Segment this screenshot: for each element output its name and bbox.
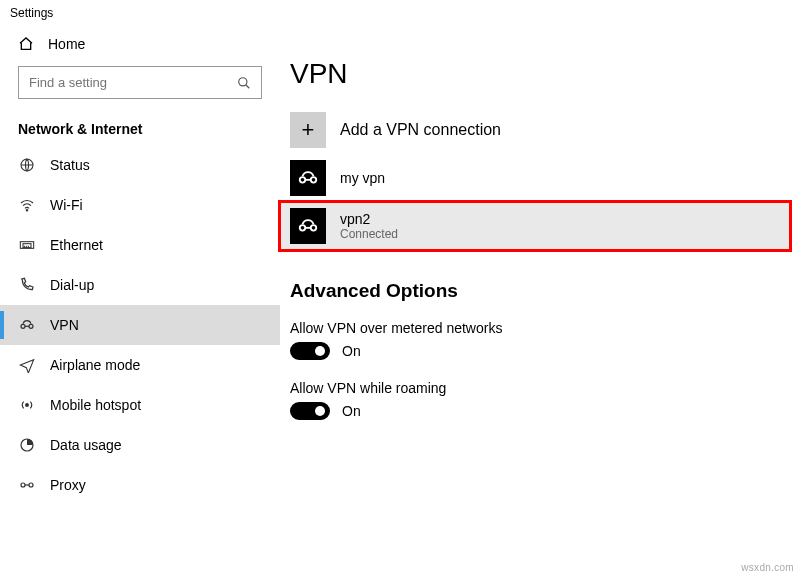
add-vpn-row[interactable]: + Add a VPN connection	[280, 106, 790, 154]
nav-proxy[interactable]: Proxy	[0, 465, 280, 505]
nav-dialup-label: Dial-up	[50, 277, 94, 293]
toggle-metered[interactable]	[290, 342, 330, 360]
ethernet-icon	[18, 237, 36, 253]
phone-icon	[18, 277, 36, 293]
data-usage-icon	[18, 437, 36, 453]
svg-point-21	[311, 225, 317, 231]
vpn-item-status: Connected	[340, 227, 398, 241]
window-title: Settings	[0, 0, 800, 26]
nav-proxy-label: Proxy	[50, 477, 86, 493]
wifi-icon	[18, 197, 36, 213]
option-metered-label: Allow VPN over metered networks	[280, 310, 790, 342]
nav-dialup[interactable]: Dial-up	[0, 265, 280, 305]
main-content: VPN + Add a VPN connection my vpn vpn2 C…	[280, 26, 800, 577]
nav-home-label: Home	[48, 36, 85, 52]
page-title: VPN	[280, 36, 790, 106]
nav-vpn[interactable]: VPN	[0, 305, 280, 345]
nav-wifi-label: Wi-Fi	[50, 197, 83, 213]
toggle-roaming[interactable]	[290, 402, 330, 420]
svg-point-17	[300, 177, 306, 183]
nav-status-label: Status	[50, 157, 90, 173]
vpn-tile-icon	[290, 160, 326, 196]
svg-point-3	[26, 210, 27, 211]
svg-point-12	[26, 404, 29, 407]
nav-home[interactable]: Home	[0, 26, 280, 62]
svg-point-9	[21, 324, 25, 328]
svg-point-18	[311, 177, 317, 183]
vpn-item[interactable]: vpn2 Connected	[280, 202, 790, 250]
search-icon	[227, 76, 261, 90]
nav-hotspot[interactable]: Mobile hotspot	[0, 385, 280, 425]
toggle-metered-state: On	[342, 343, 361, 359]
nav-datausage[interactable]: Data usage	[0, 425, 280, 465]
toggle-roaming-state: On	[342, 403, 361, 419]
nav-airplane[interactable]: Airplane mode	[0, 345, 280, 385]
nav-airplane-label: Airplane mode	[50, 357, 140, 373]
svg-point-10	[29, 324, 33, 328]
advanced-options-title: Advanced Options	[280, 250, 790, 310]
sidebar: Home Network & Internet Status Wi-Fi	[0, 26, 280, 577]
svg-line-1	[246, 84, 250, 88]
vpn-tile-icon	[290, 208, 326, 244]
search-input-wrap[interactable]	[18, 66, 262, 99]
airplane-icon	[18, 357, 36, 373]
nav-ethernet-label: Ethernet	[50, 237, 103, 253]
nav-vpn-label: VPN	[50, 317, 79, 333]
nav-ethernet[interactable]: Ethernet	[0, 225, 280, 265]
hotspot-icon	[18, 397, 36, 413]
home-icon	[18, 36, 34, 52]
option-roaming-label: Allow VPN while roaming	[280, 370, 790, 402]
svg-point-20	[300, 225, 306, 231]
search-input[interactable]	[19, 67, 227, 98]
svg-point-0	[239, 77, 247, 85]
nav-hotspot-label: Mobile hotspot	[50, 397, 141, 413]
svg-point-14	[21, 483, 25, 487]
vpn-item-name: my vpn	[340, 170, 385, 186]
plus-icon: +	[290, 112, 326, 148]
watermark: wsxdn.com	[741, 562, 794, 573]
nav-wifi[interactable]: Wi-Fi	[0, 185, 280, 225]
svg-point-15	[29, 483, 33, 487]
nav-status[interactable]: Status	[0, 145, 280, 185]
vpn-icon	[18, 317, 36, 333]
vpn-item-name: vpn2	[340, 211, 398, 227]
add-vpn-label: Add a VPN connection	[340, 121, 501, 139]
proxy-icon	[18, 477, 36, 493]
globe-icon	[18, 157, 36, 173]
nav-datausage-label: Data usage	[50, 437, 122, 453]
section-title: Network & Internet	[0, 109, 280, 145]
vpn-item[interactable]: my vpn	[280, 154, 790, 202]
